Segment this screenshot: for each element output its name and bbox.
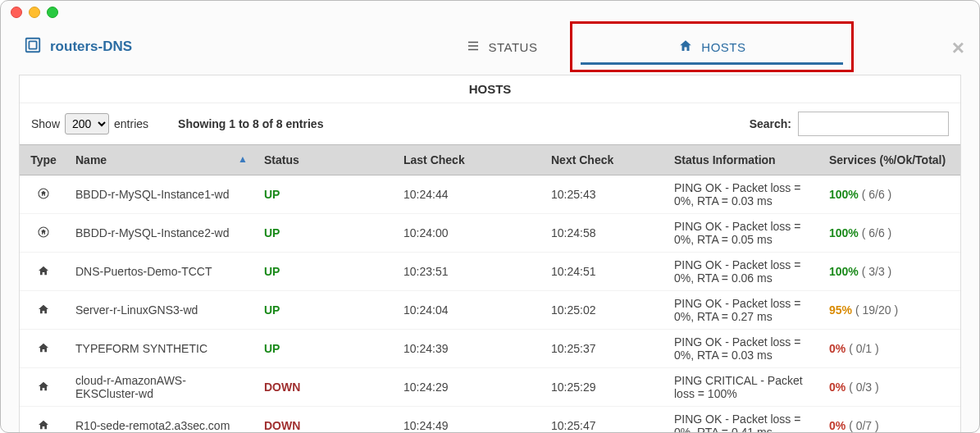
- host-status: UP: [256, 253, 395, 291]
- host-services: 0% ( 0/1 ): [821, 330, 960, 368]
- host-next-check: 10:25:02: [543, 291, 666, 330]
- tab-status[interactable]: STATUS: [433, 24, 571, 70]
- tab-status-label: STATUS: [489, 40, 538, 54]
- col-name[interactable]: Name▲: [67, 145, 256, 175]
- host-status: UP: [256, 291, 395, 330]
- show-label: Show: [31, 117, 60, 130]
- table-row[interactable]: TYPEFORM SYNTHETICUP10:24:3910:25:37PING…: [20, 330, 960, 368]
- host-services: 100% ( 6/6 ): [821, 214, 960, 253]
- host-status-info: PING OK - Packet loss = 0%, RTA = 0.27 m…: [666, 291, 821, 330]
- host-services: 100% ( 3/3 ): [821, 253, 960, 291]
- col-next-check[interactable]: Next Check: [543, 145, 666, 175]
- host-next-check: 10:25:37: [543, 330, 666, 368]
- table-row[interactable]: cloud-r-AmazonAWS-EKSCluster-wdDOWN10:24…: [20, 368, 960, 407]
- host-last-check: 10:24:49: [395, 407, 543, 434]
- svg-rect-4: [468, 48, 478, 50]
- entries-label: entries: [114, 117, 148, 130]
- toolbar: Show 200 entries Showing 1 to 8 of 8 ent…: [20, 103, 960, 144]
- showing-text: Showing 1 to 8 of 8 entries: [178, 117, 323, 130]
- host-type-icon: [20, 368, 67, 407]
- host-status: DOWN: [256, 407, 395, 434]
- hosts-table: Type Name▲ Status Last Check Next Check …: [20, 144, 960, 433]
- tab-hosts-label: HOSTS: [701, 40, 745, 54]
- svg-rect-1: [29, 41, 36, 48]
- list-icon: [466, 39, 481, 56]
- host-status-info: PING OK - Packet loss = 0%, RTA = 0.06 m…: [666, 253, 821, 291]
- hosts-panel: HOSTS Show 200 entries Showing 1 to 8 of…: [19, 75, 961, 433]
- table-row[interactable]: DNS-Puertos-Demo-TCCTUP10:23:5110:24:51P…: [20, 253, 960, 291]
- window-minimize-dot[interactable]: [29, 7, 40, 18]
- host-status: UP: [256, 214, 395, 253]
- host-name: TYPEFORM SYNTHETIC: [67, 330, 256, 368]
- panel-title: HOSTS: [20, 75, 960, 103]
- host-last-check: 10:23:51: [395, 253, 543, 291]
- brand-title: routers-DNS: [50, 39, 132, 55]
- host-type-icon: [20, 175, 67, 214]
- host-next-check: 10:25:29: [543, 368, 666, 407]
- host-status: UP: [256, 330, 395, 368]
- host-services: 95% ( 19/20 ): [821, 291, 960, 330]
- search-label: Search:: [750, 117, 791, 130]
- window-maximize-dot[interactable]: [47, 7, 58, 18]
- page-size-select[interactable]: 200: [65, 113, 109, 134]
- host-last-check: 10:24:04: [395, 291, 543, 330]
- group-icon: [24, 36, 42, 58]
- tabs: STATUS HOSTS: [433, 21, 855, 72]
- svg-rect-3: [468, 45, 478, 47]
- host-type-icon: [20, 407, 67, 434]
- host-name: cloud-r-AmazonAWS-EKSCluster-wd: [67, 368, 256, 407]
- col-services[interactable]: Services (%/Ok/Total): [821, 145, 960, 175]
- col-type[interactable]: Type: [20, 145, 67, 175]
- col-status[interactable]: Status: [256, 145, 395, 175]
- host-type-icon: [20, 214, 67, 253]
- host-last-check: 10:24:29: [395, 368, 543, 407]
- table-row[interactable]: BBDD-r-MySQL-Instance1-wdUP10:24:4410:25…: [20, 175, 960, 214]
- topbar: routers-DNS STATUS HOSTS ×: [1, 24, 979, 70]
- col-status-info[interactable]: Status Information: [666, 145, 821, 175]
- svg-rect-2: [468, 41, 478, 43]
- table-row[interactable]: Server-r-LinuxGNS3-wdUP10:24:0410:25:02P…: [20, 291, 960, 330]
- sort-asc-icon: ▲: [238, 153, 248, 165]
- host-name: BBDD-r-MySQL-Instance2-wd: [67, 214, 256, 253]
- host-last-check: 10:24:39: [395, 330, 543, 368]
- host-name: DNS-Puertos-Demo-TCCT: [67, 253, 256, 291]
- tab-hosts[interactable]: HOSTS: [572, 24, 851, 70]
- host-type-icon: [20, 330, 67, 368]
- host-next-check: 10:25:47: [543, 407, 666, 434]
- host-name: Server-r-LinuxGNS3-wd: [67, 291, 256, 330]
- table-row[interactable]: R10-sede-remota2.a3sec.comDOWN10:24:4910…: [20, 407, 960, 434]
- host-status-info: PING CRITICAL - Packet loss = 100%: [666, 368, 821, 407]
- host-status-info: PING OK - Packet loss = 0%, RTA = 0.41 m…: [666, 407, 821, 434]
- host-name: BBDD-r-MySQL-Instance1-wd: [67, 175, 256, 214]
- host-type-icon: [20, 291, 67, 330]
- host-services: 0% ( 0/7 ): [821, 407, 960, 434]
- host-services: 100% ( 6/6 ): [821, 175, 960, 214]
- host-status-info: PING OK - Packet loss = 0%, RTA = 0.03 m…: [666, 330, 821, 368]
- host-next-check: 10:24:51: [543, 253, 666, 291]
- host-services: 0% ( 0/3 ): [821, 368, 960, 407]
- window-titlebar: [1, 1, 979, 24]
- close-icon[interactable]: ×: [952, 37, 964, 58]
- window-close-dot[interactable]: [11, 7, 22, 18]
- home-icon: [678, 39, 693, 56]
- host-next-check: 10:24:58: [543, 214, 666, 253]
- table-row[interactable]: BBDD-r-MySQL-Instance2-wdUP10:24:0010:24…: [20, 214, 960, 253]
- host-status: DOWN: [256, 368, 395, 407]
- host-last-check: 10:24:44: [395, 175, 543, 214]
- host-status-info: PING OK - Packet loss = 0%, RTA = 0.05 m…: [666, 214, 821, 253]
- col-last-check[interactable]: Last Check: [395, 145, 543, 175]
- host-last-check: 10:24:00: [395, 214, 543, 253]
- host-status-info: PING OK - Packet loss = 0%, RTA = 0.03 m…: [666, 175, 821, 214]
- svg-rect-0: [26, 38, 40, 52]
- tab-hosts-highlight-box: HOSTS: [570, 21, 854, 72]
- brand: routers-DNS: [9, 36, 132, 58]
- host-type-icon: [20, 253, 67, 291]
- search-input[interactable]: [798, 112, 949, 136]
- host-status: UP: [256, 175, 395, 214]
- host-name: R10-sede-remota2.a3sec.com: [67, 407, 256, 434]
- host-next-check: 10:25:43: [543, 175, 666, 214]
